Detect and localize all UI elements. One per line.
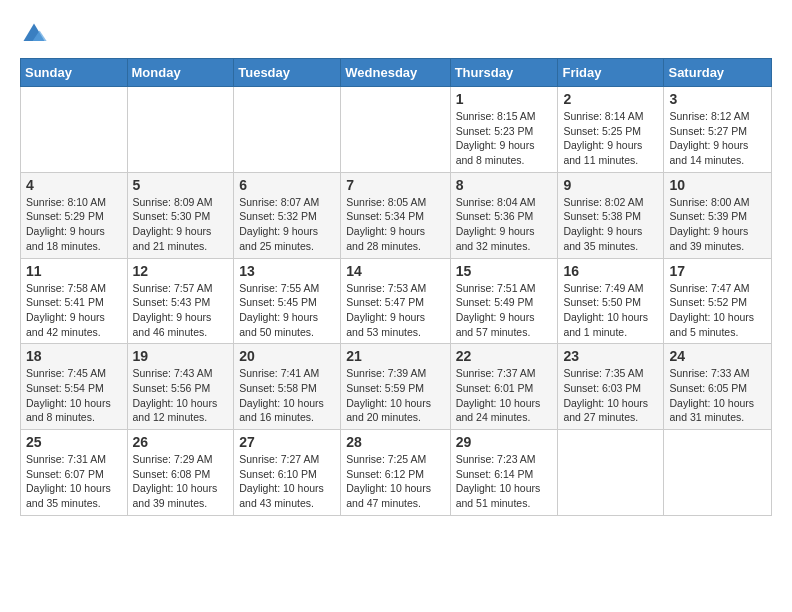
day-number: 14 bbox=[346, 263, 444, 279]
calendar-cell: 19Sunrise: 7:43 AM Sunset: 5:56 PM Dayli… bbox=[127, 344, 234, 430]
day-number: 24 bbox=[669, 348, 766, 364]
header-saturday: Saturday bbox=[664, 59, 772, 87]
day-info: Sunrise: 8:05 AM Sunset: 5:34 PM Dayligh… bbox=[346, 195, 444, 254]
day-info: Sunrise: 7:45 AM Sunset: 5:54 PM Dayligh… bbox=[26, 366, 122, 425]
calendar-cell: 29Sunrise: 7:23 AM Sunset: 6:14 PM Dayli… bbox=[450, 430, 558, 516]
calendar-body: 1Sunrise: 8:15 AM Sunset: 5:23 PM Daylig… bbox=[21, 87, 772, 516]
day-info: Sunrise: 7:57 AM Sunset: 5:43 PM Dayligh… bbox=[133, 281, 229, 340]
calendar-cell: 3Sunrise: 8:12 AM Sunset: 5:27 PM Daylig… bbox=[664, 87, 772, 173]
calendar-cell: 5Sunrise: 8:09 AM Sunset: 5:30 PM Daylig… bbox=[127, 172, 234, 258]
day-info: Sunrise: 7:39 AM Sunset: 5:59 PM Dayligh… bbox=[346, 366, 444, 425]
day-number: 1 bbox=[456, 91, 553, 107]
calendar-cell bbox=[127, 87, 234, 173]
calendar-cell: 18Sunrise: 7:45 AM Sunset: 5:54 PM Dayli… bbox=[21, 344, 128, 430]
day-info: Sunrise: 7:29 AM Sunset: 6:08 PM Dayligh… bbox=[133, 452, 229, 511]
week-row-0: 1Sunrise: 8:15 AM Sunset: 5:23 PM Daylig… bbox=[21, 87, 772, 173]
header-tuesday: Tuesday bbox=[234, 59, 341, 87]
calendar-cell: 26Sunrise: 7:29 AM Sunset: 6:08 PM Dayli… bbox=[127, 430, 234, 516]
day-info: Sunrise: 7:51 AM Sunset: 5:49 PM Dayligh… bbox=[456, 281, 553, 340]
day-info: Sunrise: 8:07 AM Sunset: 5:32 PM Dayligh… bbox=[239, 195, 335, 254]
calendar-cell: 22Sunrise: 7:37 AM Sunset: 6:01 PM Dayli… bbox=[450, 344, 558, 430]
day-number: 13 bbox=[239, 263, 335, 279]
logo bbox=[20, 20, 52, 48]
day-number: 6 bbox=[239, 177, 335, 193]
week-row-2: 11Sunrise: 7:58 AM Sunset: 5:41 PM Dayli… bbox=[21, 258, 772, 344]
day-info: Sunrise: 7:27 AM Sunset: 6:10 PM Dayligh… bbox=[239, 452, 335, 511]
day-number: 11 bbox=[26, 263, 122, 279]
calendar-cell: 6Sunrise: 8:07 AM Sunset: 5:32 PM Daylig… bbox=[234, 172, 341, 258]
day-info: Sunrise: 8:10 AM Sunset: 5:29 PM Dayligh… bbox=[26, 195, 122, 254]
day-number: 17 bbox=[669, 263, 766, 279]
calendar-cell bbox=[558, 430, 664, 516]
day-info: Sunrise: 8:12 AM Sunset: 5:27 PM Dayligh… bbox=[669, 109, 766, 168]
day-number: 18 bbox=[26, 348, 122, 364]
header-sunday: Sunday bbox=[21, 59, 128, 87]
calendar-cell: 15Sunrise: 7:51 AM Sunset: 5:49 PM Dayli… bbox=[450, 258, 558, 344]
logo-icon bbox=[20, 20, 48, 48]
calendar-cell bbox=[664, 430, 772, 516]
day-info: Sunrise: 8:14 AM Sunset: 5:25 PM Dayligh… bbox=[563, 109, 658, 168]
calendar-cell: 20Sunrise: 7:41 AM Sunset: 5:58 PM Dayli… bbox=[234, 344, 341, 430]
day-info: Sunrise: 7:55 AM Sunset: 5:45 PM Dayligh… bbox=[239, 281, 335, 340]
day-info: Sunrise: 7:49 AM Sunset: 5:50 PM Dayligh… bbox=[563, 281, 658, 340]
day-number: 3 bbox=[669, 91, 766, 107]
calendar-cell bbox=[234, 87, 341, 173]
calendar-cell: 9Sunrise: 8:02 AM Sunset: 5:38 PM Daylig… bbox=[558, 172, 664, 258]
calendar-cell: 16Sunrise: 7:49 AM Sunset: 5:50 PM Dayli… bbox=[558, 258, 664, 344]
day-number: 23 bbox=[563, 348, 658, 364]
week-row-3: 18Sunrise: 7:45 AM Sunset: 5:54 PM Dayli… bbox=[21, 344, 772, 430]
day-number: 2 bbox=[563, 91, 658, 107]
calendar-cell: 8Sunrise: 8:04 AM Sunset: 5:36 PM Daylig… bbox=[450, 172, 558, 258]
header-thursday: Thursday bbox=[450, 59, 558, 87]
day-number: 29 bbox=[456, 434, 553, 450]
calendar-table: SundayMondayTuesdayWednesdayThursdayFrid… bbox=[20, 58, 772, 516]
calendar-cell: 4Sunrise: 8:10 AM Sunset: 5:29 PM Daylig… bbox=[21, 172, 128, 258]
day-info: Sunrise: 7:37 AM Sunset: 6:01 PM Dayligh… bbox=[456, 366, 553, 425]
calendar-cell: 13Sunrise: 7:55 AM Sunset: 5:45 PM Dayli… bbox=[234, 258, 341, 344]
day-number: 28 bbox=[346, 434, 444, 450]
calendar-cell: 21Sunrise: 7:39 AM Sunset: 5:59 PM Dayli… bbox=[341, 344, 450, 430]
day-info: Sunrise: 8:00 AM Sunset: 5:39 PM Dayligh… bbox=[669, 195, 766, 254]
header-row: SundayMondayTuesdayWednesdayThursdayFrid… bbox=[21, 59, 772, 87]
header-wednesday: Wednesday bbox=[341, 59, 450, 87]
day-number: 4 bbox=[26, 177, 122, 193]
calendar-cell: 28Sunrise: 7:25 AM Sunset: 6:12 PM Dayli… bbox=[341, 430, 450, 516]
day-info: Sunrise: 8:04 AM Sunset: 5:36 PM Dayligh… bbox=[456, 195, 553, 254]
calendar-cell: 14Sunrise: 7:53 AM Sunset: 5:47 PM Dayli… bbox=[341, 258, 450, 344]
calendar-cell: 2Sunrise: 8:14 AM Sunset: 5:25 PM Daylig… bbox=[558, 87, 664, 173]
calendar-cell: 25Sunrise: 7:31 AM Sunset: 6:07 PM Dayli… bbox=[21, 430, 128, 516]
calendar-cell: 23Sunrise: 7:35 AM Sunset: 6:03 PM Dayli… bbox=[558, 344, 664, 430]
day-info: Sunrise: 7:31 AM Sunset: 6:07 PM Dayligh… bbox=[26, 452, 122, 511]
day-info: Sunrise: 7:33 AM Sunset: 6:05 PM Dayligh… bbox=[669, 366, 766, 425]
day-number: 15 bbox=[456, 263, 553, 279]
day-number: 10 bbox=[669, 177, 766, 193]
page-header bbox=[20, 20, 772, 48]
day-number: 20 bbox=[239, 348, 335, 364]
day-number: 16 bbox=[563, 263, 658, 279]
header-friday: Friday bbox=[558, 59, 664, 87]
day-number: 25 bbox=[26, 434, 122, 450]
day-info: Sunrise: 7:58 AM Sunset: 5:41 PM Dayligh… bbox=[26, 281, 122, 340]
day-info: Sunrise: 7:35 AM Sunset: 6:03 PM Dayligh… bbox=[563, 366, 658, 425]
calendar-header: SundayMondayTuesdayWednesdayThursdayFrid… bbox=[21, 59, 772, 87]
day-number: 12 bbox=[133, 263, 229, 279]
calendar-cell: 24Sunrise: 7:33 AM Sunset: 6:05 PM Dayli… bbox=[664, 344, 772, 430]
day-number: 22 bbox=[456, 348, 553, 364]
day-info: Sunrise: 8:15 AM Sunset: 5:23 PM Dayligh… bbox=[456, 109, 553, 168]
calendar-cell: 17Sunrise: 7:47 AM Sunset: 5:52 PM Dayli… bbox=[664, 258, 772, 344]
calendar-cell: 10Sunrise: 8:00 AM Sunset: 5:39 PM Dayli… bbox=[664, 172, 772, 258]
calendar-cell: 11Sunrise: 7:58 AM Sunset: 5:41 PM Dayli… bbox=[21, 258, 128, 344]
day-info: Sunrise: 7:23 AM Sunset: 6:14 PM Dayligh… bbox=[456, 452, 553, 511]
week-row-4: 25Sunrise: 7:31 AM Sunset: 6:07 PM Dayli… bbox=[21, 430, 772, 516]
day-info: Sunrise: 7:43 AM Sunset: 5:56 PM Dayligh… bbox=[133, 366, 229, 425]
calendar-cell: 27Sunrise: 7:27 AM Sunset: 6:10 PM Dayli… bbox=[234, 430, 341, 516]
day-info: Sunrise: 7:41 AM Sunset: 5:58 PM Dayligh… bbox=[239, 366, 335, 425]
day-number: 9 bbox=[563, 177, 658, 193]
day-info: Sunrise: 7:47 AM Sunset: 5:52 PM Dayligh… bbox=[669, 281, 766, 340]
calendar-cell: 12Sunrise: 7:57 AM Sunset: 5:43 PM Dayli… bbox=[127, 258, 234, 344]
day-number: 26 bbox=[133, 434, 229, 450]
day-number: 5 bbox=[133, 177, 229, 193]
day-info: Sunrise: 7:25 AM Sunset: 6:12 PM Dayligh… bbox=[346, 452, 444, 511]
calendar-cell bbox=[21, 87, 128, 173]
day-number: 19 bbox=[133, 348, 229, 364]
